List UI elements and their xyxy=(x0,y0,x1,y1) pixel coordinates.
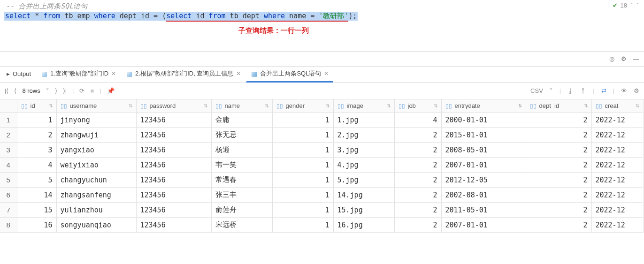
cell-name[interactable]: 俞莲舟 xyxy=(211,203,272,218)
cell-image[interactable]: 4.jpg xyxy=(333,158,394,173)
cell-password[interactable]: 123456 xyxy=(136,203,211,218)
cell-entrydate[interactable]: 2002-08-01 xyxy=(441,188,526,203)
cell-gender[interactable]: 1 xyxy=(272,203,333,218)
stop-icon[interactable]: ■ xyxy=(90,87,94,94)
cell-gender[interactable]: 1 xyxy=(272,158,333,173)
cell-creat[interactable]: 2022-12 xyxy=(591,218,643,233)
cell-creat[interactable]: 2022-12 xyxy=(591,173,643,188)
cell-entrydate[interactable]: 2012-12-05 xyxy=(441,173,526,188)
sort-icon[interactable]: ⇅ xyxy=(326,103,330,108)
cell-image[interactable]: 2.jpg xyxy=(333,128,394,143)
prev-page-icon[interactable]: ⟨ xyxy=(14,87,16,94)
tab-query-3[interactable]: ▦ 合并出上两条SQL语句 ✕ xyxy=(246,67,333,83)
cell-name[interactable]: 杨逍 xyxy=(211,143,272,158)
pin-icon[interactable]: 📌 xyxy=(107,87,115,94)
minimize-icon[interactable]: — xyxy=(633,55,639,62)
cell-username[interactable]: zhangsanfeng xyxy=(56,188,136,203)
sort-icon[interactable]: ⇅ xyxy=(265,103,268,108)
chevron-up-icon[interactable]: ˄ xyxy=(630,2,633,9)
cell-entrydate[interactable]: 2015-01-01 xyxy=(441,128,526,143)
cell-password[interactable]: 123456 xyxy=(136,188,211,203)
cell-gender[interactable]: 1 xyxy=(272,128,333,143)
cell-gender[interactable]: 1 xyxy=(272,173,333,188)
cell-job[interactable]: 2 xyxy=(394,218,441,233)
sql-editor[interactable]: ✔ 18 ˄ ˅ -- 合并出上两条SQL语句 select * from tb… xyxy=(0,0,644,52)
gear-icon[interactable]: ⚙ xyxy=(621,55,627,62)
cell-password[interactable]: 123456 xyxy=(136,218,211,233)
cell-creat[interactable]: 2022-12 xyxy=(591,113,643,128)
cell-job[interactable]: 2 xyxy=(394,143,441,158)
column-header-name[interactable]: ▯▯name⇅ xyxy=(211,99,272,113)
cell-image[interactable]: 14.jpg xyxy=(333,188,394,203)
compare-icon[interactable]: ⇄ xyxy=(601,87,606,94)
cell-entrydate[interactable]: 2008-05-01 xyxy=(441,143,526,158)
sort-icon[interactable]: ⇅ xyxy=(387,103,391,108)
sort-icon[interactable]: ⇅ xyxy=(518,103,522,108)
upload-icon[interactable]: ⭱ xyxy=(580,87,586,94)
cell-gender[interactable]: 1 xyxy=(272,113,333,128)
cell-entrydate[interactable]: 2000-01-01 xyxy=(441,113,526,128)
cell-entrydate[interactable]: 2007-01-01 xyxy=(441,218,526,233)
cell-image[interactable]: 16.jpg xyxy=(333,218,394,233)
cell-id[interactable]: 1 xyxy=(17,113,56,128)
cell-image[interactable]: 5.jpg xyxy=(333,173,394,188)
sort-icon[interactable]: ⇅ xyxy=(49,103,53,108)
cell-id[interactable]: 3 xyxy=(17,143,56,158)
table-row[interactable]: 614zhangsanfeng123456张三丰114.jpg22002-08-… xyxy=(0,188,643,203)
cell-name[interactable]: 宋远桥 xyxy=(211,218,272,233)
cell-id[interactable]: 16 xyxy=(17,218,56,233)
cell-name[interactable]: 张三丰 xyxy=(211,188,272,203)
cell-job[interactable]: 2 xyxy=(394,158,441,173)
cell-dept_id[interactable]: 2 xyxy=(526,158,591,173)
cell-dept_id[interactable]: 2 xyxy=(526,113,591,128)
cell-image[interactable]: 3.jpg xyxy=(333,143,394,158)
cell-id[interactable]: 4 xyxy=(17,158,56,173)
chevron-down-icon[interactable]: ˅ xyxy=(46,87,49,94)
table-row[interactable]: 715yulianzhou123456俞莲舟115.jpg22011-05-01… xyxy=(0,203,643,218)
table-row[interactable]: 22zhangwuji123456张无忌12.jpg22015-01-01220… xyxy=(0,128,643,143)
chevron-down-icon[interactable]: ˅ xyxy=(636,2,639,9)
cell-image[interactable]: 1.jpg xyxy=(333,113,394,128)
cell-dept_id[interactable]: 2 xyxy=(526,203,591,218)
cell-id[interactable]: 14 xyxy=(17,188,56,203)
tab-query-1[interactable]: ▦ 1.查询"教研部"部门ID ✕ xyxy=(37,67,121,83)
last-page-icon[interactable]: ⟩| xyxy=(63,87,67,94)
column-header-password[interactable]: ▯▯password⇅ xyxy=(136,99,211,113)
cell-name[interactable]: 常遇春 xyxy=(211,173,272,188)
cell-password[interactable]: 123456 xyxy=(136,158,211,173)
table-row[interactable]: 33yangxiao123456杨逍13.jpg22008-05-0122022… xyxy=(0,143,643,158)
chevron-down-icon[interactable]: ˅ xyxy=(550,87,553,94)
cell-dept_id[interactable]: 2 xyxy=(526,128,591,143)
column-header-username[interactable]: ▯▯username⇅ xyxy=(56,99,136,113)
tab-output[interactable]: ▸ Output xyxy=(2,67,36,83)
column-header-creat[interactable]: ▯▯creat⇅ xyxy=(591,99,643,113)
cell-image[interactable]: 15.jpg xyxy=(333,203,394,218)
download-icon[interactable]: ⭳ xyxy=(567,87,574,94)
column-header-id[interactable]: ▯▯id⇅ xyxy=(17,99,56,113)
eye-icon[interactable]: 👁 xyxy=(621,87,627,94)
cell-password[interactable]: 123456 xyxy=(136,128,211,143)
cell-username[interactable]: yangxiao xyxy=(56,143,136,158)
table-row[interactable]: 816songyuanqiao123456宋远桥116.jpg22007-01-… xyxy=(0,218,643,233)
column-header-image[interactable]: ▯▯image⇅ xyxy=(333,99,394,113)
reload-icon[interactable]: ⟳ xyxy=(79,87,84,94)
export-format[interactable]: CSV xyxy=(530,87,543,94)
first-page-icon[interactable]: |⟨ xyxy=(5,87,8,94)
column-header-job[interactable]: ▯▯job⇅ xyxy=(394,99,441,113)
cell-creat[interactable]: 2022-12 xyxy=(591,188,643,203)
cell-creat[interactable]: 2022-12 xyxy=(591,128,643,143)
close-icon[interactable]: ✕ xyxy=(324,70,329,77)
cell-gender[interactable]: 1 xyxy=(272,143,333,158)
cell-job[interactable]: 2 xyxy=(394,203,441,218)
cell-username[interactable]: jinyong xyxy=(56,113,136,128)
table-row[interactable]: 11jinyong123456金庸11.jpg42000-01-0122022-… xyxy=(0,113,643,128)
cell-password[interactable]: 123456 xyxy=(136,113,211,128)
cell-entrydate[interactable]: 2007-01-01 xyxy=(441,158,526,173)
cell-dept_id[interactable]: 2 xyxy=(526,188,591,203)
column-header-entrydate[interactable]: ▯▯entrydate⇅ xyxy=(441,99,526,113)
cell-username[interactable]: changyuchun xyxy=(56,173,136,188)
cell-name[interactable]: 张无忌 xyxy=(211,128,272,143)
cell-username[interactable]: zhangwuji xyxy=(56,128,136,143)
cell-job[interactable]: 2 xyxy=(394,188,441,203)
close-icon[interactable]: ✕ xyxy=(236,70,241,77)
